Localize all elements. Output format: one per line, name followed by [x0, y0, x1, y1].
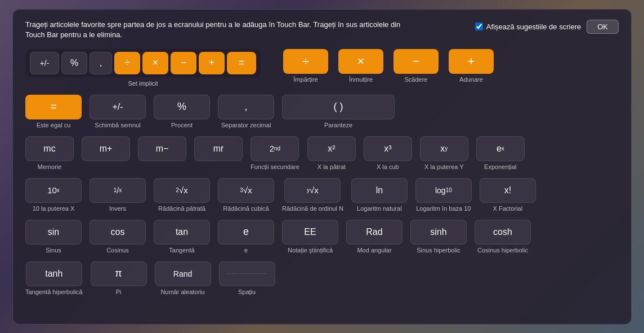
equals-implicit-btn[interactable]: =: [227, 52, 256, 74]
e-btn[interactable]: e: [218, 220, 274, 245]
add-implicit-btn[interactable]: +: [199, 52, 225, 74]
standalone-operators: ÷ Împărțire × Înmulțire − Scădere + Adun…: [283, 49, 494, 83]
space-btn[interactable]: ···············: [219, 261, 275, 286]
xy-btn[interactable]: xy: [420, 136, 468, 161]
writing-suggestions-checkbox[interactable]: Afișează sugestiile de scriere: [475, 23, 581, 31]
pi-btn[interactable]: π: [91, 261, 147, 286]
mminus-btn[interactable]: m−: [138, 136, 186, 161]
percent2-btn[interactable]: %: [154, 95, 210, 119]
rad-group: Rad Mod angular: [346, 220, 402, 254]
set-implicit-section: +/- % , ÷ × − + = Set implicit: [25, 49, 261, 87]
mminus-label: [161, 163, 163, 170]
mc-group: mc Memorie: [25, 136, 74, 170]
ee-label: Notație științifică: [288, 247, 333, 254]
comma2-btn[interactable]: ,: [218, 95, 274, 119]
set-implicit-label: Set implicit: [128, 80, 158, 87]
10x-btn[interactable]: 10x: [25, 178, 82, 203]
10x-label: 10 la puterea X: [33, 205, 75, 212]
x2-btn[interactable]: x²: [307, 136, 356, 161]
log10-label: Logaritm în baza 10: [416, 205, 471, 212]
divide-implicit-btn[interactable]: ÷: [114, 52, 140, 74]
comma2-group: , Separator zecimal: [218, 95, 274, 128]
multiply-standalone-group: × Înmulțire: [338, 49, 383, 83]
equals2-label: Este egal cu: [37, 122, 71, 128]
rand-label: Număr aleatoriu: [160, 288, 204, 295]
equals2-btn[interactable]: =: [25, 95, 82, 119]
inv-label: Invers: [109, 205, 126, 212]
x3-label: X la cub: [377, 163, 399, 170]
cos-group: cos Cosinus: [90, 220, 146, 254]
ex-label: Exponențial: [484, 163, 517, 170]
tanh-label: Tangentă hiperbolică: [25, 288, 83, 295]
divide-standalone-btn[interactable]: ÷: [283, 49, 328, 74]
sqrt2-label: Rădăcină pătrată: [158, 205, 205, 212]
add-standalone-btn[interactable]: +: [449, 49, 494, 74]
x3-group: x³ X la cub: [364, 136, 412, 170]
subtract-standalone-btn[interactable]: −: [393, 49, 439, 74]
cosh-label: Cosinus hiperbolic: [477, 247, 528, 254]
parens-group: ( ) Paranteze: [282, 95, 395, 128]
tanh-btn[interactable]: tanh: [26, 261, 82, 286]
comma-btn[interactable]: ,: [90, 52, 112, 74]
percent2-label: Procent: [171, 122, 193, 128]
10x-group: 10x 10 la puterea X: [25, 178, 82, 212]
row2-buttons: = Este egal cu +/- Schimbă semnul % Proc…: [25, 95, 619, 128]
instruction-text: Trageți articolele favorite spre partea …: [25, 20, 419, 40]
sin-label: Sinus: [46, 247, 61, 254]
x3-btn[interactable]: x³: [364, 136, 412, 161]
cos-btn[interactable]: cos: [90, 220, 146, 245]
checkbox-input[interactable]: [475, 23, 483, 30]
add-label: Adunare: [459, 76, 483, 83]
sqrtn-btn[interactable]: y√x: [284, 178, 341, 203]
comma2-label: Separator zecimal: [221, 122, 271, 128]
divide-label: Împărțire: [293, 76, 317, 83]
cosh-btn[interactable]: cosh: [475, 220, 531, 245]
rand-btn[interactable]: Rand: [155, 261, 211, 286]
mplus-label: [105, 163, 106, 170]
log10-group: log10 Logaritm în baza 10: [415, 178, 472, 212]
tan-btn[interactable]: tan: [154, 220, 210, 245]
mr-btn[interactable]: mr: [194, 136, 243, 161]
mminus-group: m−: [138, 136, 186, 170]
mc-btn[interactable]: mc: [25, 136, 74, 161]
sqrt2-group: 2√x Rădăcină pătrată: [154, 178, 210, 212]
ln-btn[interactable]: ln: [351, 178, 408, 203]
plusminus2-btn[interactable]: +/-: [90, 95, 146, 119]
subtract-implicit-btn[interactable]: −: [171, 52, 196, 74]
rad-label: Mod angular: [357, 247, 391, 254]
tanh-group: tanh Tangentă hiperbolică: [25, 261, 83, 295]
row6-buttons: tanh Tangentă hiperbolică π Pi Rand Numă…: [25, 261, 619, 295]
sqrtn-group: y√x Rădăcină de ordinul N: [282, 178, 343, 212]
sqrt3-label: Rădăcină cubică: [223, 205, 269, 212]
inv-btn[interactable]: 1/x: [90, 178, 146, 203]
xy-group: xy X la puterea Y: [420, 136, 468, 170]
percent-btn[interactable]: %: [61, 52, 87, 74]
ee-btn[interactable]: EE: [282, 220, 338, 245]
mplus-btn[interactable]: m+: [82, 136, 130, 161]
xfact-btn[interactable]: x!: [480, 178, 536, 203]
sinh-btn[interactable]: sinh: [410, 220, 467, 245]
e-group: e e: [218, 220, 274, 254]
sin-btn[interactable]: sin: [25, 220, 82, 245]
pi-label: Pi: [116, 288, 122, 295]
2nd-btn[interactable]: 2nd: [251, 136, 299, 161]
ok-button[interactable]: OK: [587, 20, 619, 34]
mr-label: [217, 163, 219, 170]
multiply-standalone-btn[interactable]: ×: [338, 49, 383, 74]
plus-minus-btn[interactable]: +/-: [30, 52, 59, 74]
plusminus2-group: +/- Schimbă semnul: [90, 95, 146, 128]
ex-btn[interactable]: ex: [476, 136, 525, 161]
multiply-implicit-btn[interactable]: ×: [142, 52, 168, 74]
sqrt3-btn[interactable]: 3√x: [218, 178, 274, 203]
space-group: ··············· Spațiu: [219, 261, 275, 295]
rad-btn[interactable]: Rad: [346, 220, 402, 245]
log10-btn[interactable]: log10: [415, 178, 472, 203]
parens-btn[interactable]: ( ): [282, 95, 395, 119]
checkbox-label-text: Afișează sugestiile de scriere: [486, 23, 581, 31]
mc-label: Memorie: [38, 163, 62, 170]
customize-touchbar-dialog: Trageți articolele favorite spre partea …: [12, 9, 632, 325]
plusminus2-label: Schimbă semnul: [95, 122, 140, 128]
sqrt2-btn[interactable]: 2√x: [154, 178, 210, 203]
ex-group: ex Exponențial: [476, 136, 525, 170]
tan-label: Tangentă: [169, 247, 194, 254]
